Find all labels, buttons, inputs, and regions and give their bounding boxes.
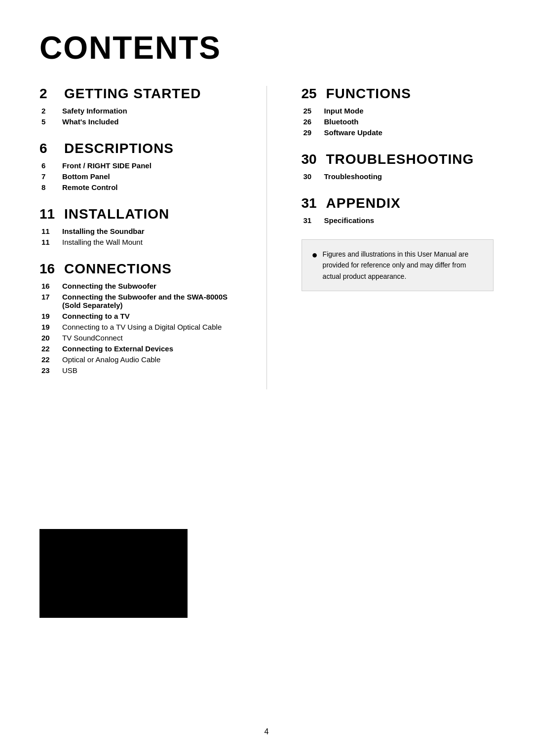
toc-num-tv-soundconnect: 20	[41, 334, 55, 342]
toc-num-installing-soundbar: 11	[41, 227, 55, 235]
toc-num-remote-control: 8	[41, 183, 55, 191]
toc-item-bottom-panel: 7 Bottom Panel	[39, 172, 232, 181]
toc-item-connecting-external: 22 Connecting to External Devices	[39, 344, 232, 353]
section-descriptions: 6 DESCRIPTIONS 6 Front / RIGHT SIDE Pane…	[39, 141, 232, 191]
toc-item-specifications: 31 Specifications	[302, 216, 494, 225]
note-text: Figures and illustrations in this User M…	[323, 249, 483, 282]
toc-label-bottom-panel: Bottom Panel	[62, 172, 110, 181]
section-num-connections: 16	[39, 261, 57, 277]
toc-label-safety: Safety Information	[62, 107, 127, 115]
section-title-installation: INSTALLATION	[64, 206, 169, 222]
toc-item-connecting-tv: 19 Connecting to a TV	[39, 312, 232, 320]
toc-num-digital-optical: 19	[41, 323, 55, 331]
section-functions: 25 FUNCTIONS 25 Input Mode 26 Bluetooth …	[302, 86, 494, 137]
toc-num-connecting-tv: 19	[41, 312, 55, 320]
section-title-appendix: APPENDIX	[326, 195, 401, 211]
toc-item-bluetooth: 26 Bluetooth	[302, 117, 494, 126]
section-installation: 11 INSTALLATION 11 Installing the Soundb…	[39, 206, 232, 246]
toc-label-input-mode: Input Mode	[324, 107, 364, 115]
toc-label-connecting-subwoofer-swa: Connecting the Subwoofer and the SWA-800…	[62, 293, 232, 309]
toc-num-troubleshooting: 30	[304, 172, 317, 181]
toc-num-input-mode: 25	[304, 107, 317, 115]
left-column: 2 GETTING STARTED 2 Safety Information 5…	[39, 86, 232, 389]
toc-label-whats-included: What's Included	[62, 117, 118, 126]
section-num-appendix: 31	[302, 195, 319, 211]
toc-label-connecting-subwoofer: Connecting the Subwoofer	[62, 282, 156, 290]
toc-num-connecting-subwoofer-swa: 17	[41, 293, 55, 301]
section-num-getting-started: 2	[39, 86, 57, 102]
toc-num-bluetooth: 26	[304, 117, 317, 126]
toc-label-remote-control: Remote Control	[62, 183, 118, 191]
bullet-icon: ●	[312, 249, 318, 261]
toc-label-usb: USB	[62, 366, 77, 375]
section-troubleshooting: 30 TROUBLESHOOTING 30 Troubleshooting	[302, 151, 494, 181]
toc-label-specifications: Specifications	[324, 216, 375, 225]
section-getting-started: 2 GETTING STARTED 2 Safety Information 5…	[39, 86, 232, 126]
toc-num-safety: 2	[41, 107, 55, 115]
section-num-troubleshooting: 30	[302, 151, 319, 167]
toc-num-connecting-subwoofer: 16	[41, 282, 55, 290]
toc-label-connecting-external: Connecting to External Devices	[62, 344, 173, 353]
toc-item-connecting-subwoofer: 16 Connecting the Subwoofer	[39, 282, 232, 290]
toc-num-optical-analog: 22	[41, 355, 55, 364]
column-divider	[266, 86, 267, 389]
section-title-descriptions: DESCRIPTIONS	[64, 141, 174, 156]
toc-label-troubleshooting: Troubleshooting	[324, 172, 382, 181]
toc-item-digital-optical: 19 Connecting to a TV Using a Digital Op…	[39, 323, 232, 331]
toc-num-front-panel: 6	[41, 161, 55, 170]
toc-num-bottom-panel: 7	[41, 172, 55, 181]
toc-item-troubleshooting: 30 Troubleshooting	[302, 172, 494, 181]
toc-label-optical-analog: Optical or Analog Audio Cable	[62, 355, 160, 364]
toc-label-connecting-tv: Connecting to a TV	[62, 312, 130, 320]
toc-item-wall-mount: 11 Installing the Wall Mount	[39, 238, 232, 246]
section-num-descriptions: 6	[39, 141, 57, 156]
toc-item-tv-soundconnect: 20 TV SoundConnect	[39, 334, 232, 342]
toc-item-safety: 2 Safety Information	[39, 107, 232, 115]
redacted-overlay	[39, 529, 188, 618]
toc-item-usb: 23 USB	[39, 366, 232, 375]
toc-label-installing-soundbar: Installing the Soundbar	[62, 227, 145, 235]
section-title-getting-started: GETTING STARTED	[64, 86, 201, 102]
page-title: CONTENTS	[39, 30, 494, 66]
right-column: 25 FUNCTIONS 25 Input Mode 26 Bluetooth …	[302, 86, 494, 389]
toc-item-optical-analog: 22 Optical or Analog Audio Cable	[39, 355, 232, 364]
toc-num-software-update: 29	[304, 128, 317, 137]
section-appendix: 31 APPENDIX 31 Specifications	[302, 195, 494, 225]
toc-item-whats-included: 5 What's Included	[39, 117, 232, 126]
toc-item-software-update: 29 Software Update	[302, 128, 494, 137]
toc-label-software-update: Software Update	[324, 128, 382, 137]
toc-label-tv-soundconnect: TV SoundConnect	[62, 334, 123, 342]
toc-item-installing-soundbar: 11 Installing the Soundbar	[39, 227, 232, 235]
section-num-installation: 11	[39, 206, 57, 222]
toc-item-front-panel: 6 Front / RIGHT SIDE Panel	[39, 161, 232, 170]
toc-label-wall-mount: Installing the Wall Mount	[62, 238, 143, 246]
section-num-functions: 25	[302, 86, 319, 102]
toc-label-front-panel: Front / RIGHT SIDE Panel	[62, 161, 152, 170]
toc-num-specifications: 31	[304, 216, 317, 225]
section-title-functions: FUNCTIONS	[326, 86, 411, 102]
toc-num-usb: 23	[41, 366, 55, 375]
toc-item-input-mode: 25 Input Mode	[302, 107, 494, 115]
toc-num-whats-included: 5	[41, 117, 55, 126]
toc-label-bluetooth: Bluetooth	[324, 117, 359, 126]
section-title-connections: CONNECTIONS	[64, 261, 172, 277]
toc-num-wall-mount: 11	[41, 238, 55, 246]
section-title-troubleshooting: TROUBLESHOOTING	[326, 151, 474, 167]
toc-item-connecting-subwoofer-swa: 17 Connecting the Subwoofer and the SWA-…	[39, 293, 232, 309]
toc-num-connecting-external: 22	[41, 344, 55, 353]
note-box: ● Figures and illustrations in this User…	[302, 239, 494, 291]
toc-item-remote-control: 8 Remote Control	[39, 183, 232, 191]
toc-label-digital-optical: Connecting to a TV Using a Digital Optic…	[62, 323, 222, 331]
page-number: 4	[265, 727, 269, 736]
section-connections: 16 CONNECTIONS 16 Connecting the Subwoof…	[39, 261, 232, 375]
